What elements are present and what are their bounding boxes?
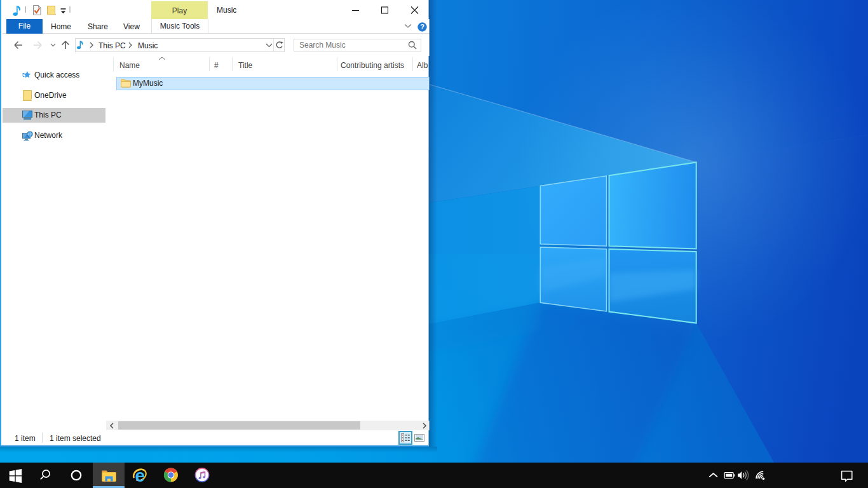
svg-text:?: ? <box>420 23 424 30</box>
svg-text:e: e <box>135 466 146 485</box>
